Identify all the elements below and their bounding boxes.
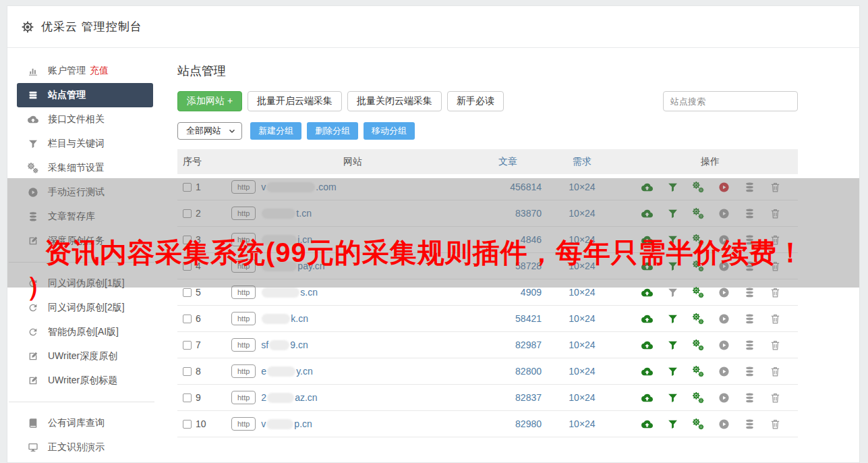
sidebar-item-refresh[interactable]: 同义词伪原创[1版] xyxy=(7,271,171,296)
play-icon[interactable] xyxy=(718,261,730,272)
row-checkbox[interactable] xyxy=(183,367,192,376)
sidebar-item-edit[interactable]: UWriter原创标题 xyxy=(7,369,171,393)
site-domain-link[interactable]: k.cn xyxy=(261,313,308,324)
site-search-input[interactable] xyxy=(663,91,798,111)
cloud-upload-icon[interactable] xyxy=(641,392,653,404)
site-domain-link[interactable]: pay.cn xyxy=(261,261,324,271)
play-icon[interactable] xyxy=(718,313,730,325)
database-icon[interactable] xyxy=(744,392,755,404)
new-group-button[interactable]: 新建分组 xyxy=(250,122,301,140)
play-icon[interactable] xyxy=(718,287,730,298)
filter-icon[interactable] xyxy=(667,313,678,325)
sidebar-item-edit[interactable]: UWriter深度原创 xyxy=(7,344,171,369)
gears-icon[interactable] xyxy=(693,261,704,272)
trash-icon[interactable] xyxy=(770,313,781,325)
database-icon[interactable] xyxy=(744,182,755,193)
trash-icon[interactable] xyxy=(770,392,781,404)
row-checkbox[interactable] xyxy=(183,341,192,350)
filter-icon[interactable] xyxy=(667,287,678,298)
database-icon[interactable] xyxy=(744,339,755,351)
sidebar-item-refresh[interactable]: 智能伪原创[AI版] xyxy=(7,320,171,344)
trash-icon[interactable] xyxy=(770,234,781,246)
play-icon[interactable] xyxy=(718,339,730,351)
site-domain-link[interactable]: t.cn xyxy=(261,208,312,219)
database-icon[interactable] xyxy=(744,287,755,298)
sidebar-item-filter[interactable]: 栏目与关键词 xyxy=(7,132,171,156)
filter-icon[interactable] xyxy=(667,261,678,272)
site-domain-link[interactable]: sf9.cn xyxy=(261,339,308,350)
cloud-upload-icon[interactable] xyxy=(641,208,653,219)
gears-icon[interactable] xyxy=(693,182,704,193)
sidebar-item-book[interactable]: 公有词库查询 xyxy=(7,411,171,435)
trash-icon[interactable] xyxy=(770,418,781,430)
gears-icon[interactable] xyxy=(693,418,704,430)
sidebar-item-gears[interactable]: 采集细节设置 xyxy=(7,156,171,180)
play-icon[interactable] xyxy=(718,418,730,430)
play-icon[interactable] xyxy=(718,208,730,219)
play-icon[interactable] xyxy=(718,392,730,404)
site-domain-link[interactable]: i.cn xyxy=(261,234,312,245)
row-checkbox[interactable] xyxy=(183,315,192,323)
cloud-upload-icon[interactable] xyxy=(641,182,653,193)
filter-icon[interactable] xyxy=(667,418,678,430)
gears-icon[interactable] xyxy=(693,313,704,325)
cloud-upload-icon[interactable] xyxy=(641,234,653,246)
site-domain-link[interactable]: v.com xyxy=(261,182,336,192)
sidebar-item-server[interactable]: 站点管理 xyxy=(17,83,153,107)
gears-icon[interactable] xyxy=(693,392,704,404)
cloud-upload-icon[interactable] xyxy=(641,287,653,298)
batch-enable-cloud-button[interactable]: 批量开启云端采集 xyxy=(248,91,342,111)
trash-icon[interactable] xyxy=(770,261,781,272)
sidebar-item-refresh[interactable]: 同义词伪原创[2版] xyxy=(7,296,171,320)
row-checkbox[interactable] xyxy=(183,183,192,192)
recharge-link[interactable]: 充值 xyxy=(90,65,109,77)
filter-icon[interactable] xyxy=(667,392,678,404)
play-icon[interactable] xyxy=(718,366,730,377)
row-checkbox[interactable] xyxy=(183,288,192,297)
sidebar-item-cloud-upload[interactable]: 接口文件相关 xyxy=(7,107,171,132)
database-icon[interactable] xyxy=(744,234,755,246)
sidebar-item-edit[interactable]: 深度原创任务 xyxy=(7,229,171,253)
row-checkbox[interactable] xyxy=(183,236,192,244)
gears-icon[interactable] xyxy=(693,287,704,298)
gears-icon[interactable] xyxy=(693,234,704,246)
trash-icon[interactable] xyxy=(770,208,781,219)
row-checkbox[interactable] xyxy=(183,262,192,271)
cloud-upload-icon[interactable] xyxy=(641,261,653,272)
delete-group-button[interactable]: 删除分组 xyxy=(307,122,358,140)
gears-icon[interactable] xyxy=(693,366,704,377)
database-icon[interactable] xyxy=(744,418,755,430)
filter-icon[interactable] xyxy=(667,208,678,219)
move-group-button[interactable]: 移动分组 xyxy=(364,122,415,140)
cloud-upload-icon[interactable] xyxy=(641,339,653,351)
site-group-select[interactable]: 全部网站 xyxy=(177,122,242,140)
filter-icon[interactable] xyxy=(667,234,678,246)
play-icon[interactable] xyxy=(718,234,730,246)
sidebar-item-monitor[interactable]: 正文识别演示 xyxy=(7,435,171,460)
gears-icon[interactable] xyxy=(693,208,704,219)
site-domain-link[interactable]: vp.cn xyxy=(261,418,312,429)
database-icon[interactable] xyxy=(744,261,755,272)
beginner-guide-button[interactable]: 新手必读 xyxy=(447,91,504,111)
row-checkbox[interactable] xyxy=(183,393,192,402)
site-domain-link[interactable]: 2az.cn xyxy=(261,392,317,403)
row-checkbox[interactable] xyxy=(183,209,192,218)
filter-icon[interactable] xyxy=(667,182,678,193)
cloud-upload-icon[interactable] xyxy=(641,418,653,430)
trash-icon[interactable] xyxy=(770,339,781,351)
filter-icon[interactable] xyxy=(667,339,678,351)
database-icon[interactable] xyxy=(744,313,755,325)
site-domain-link[interactable]: ey.cn xyxy=(261,366,312,377)
trash-icon[interactable] xyxy=(770,287,781,298)
sidebar-item-bar-chart[interactable]: 账户管理 充值 xyxy=(7,59,171,83)
cloud-upload-icon[interactable] xyxy=(641,313,653,325)
batch-disable-cloud-button[interactable]: 批量关闭云端采集 xyxy=(347,91,442,111)
cloud-upload-icon[interactable] xyxy=(641,366,653,377)
database-icon[interactable] xyxy=(744,208,755,219)
add-website-button[interactable]: 添加网站 + xyxy=(177,91,242,111)
sidebar-item-database[interactable]: 文章暂存库 xyxy=(7,205,171,229)
database-icon[interactable] xyxy=(744,366,755,377)
play-icon[interactable] xyxy=(718,182,730,193)
row-checkbox[interactable] xyxy=(183,420,192,429)
filter-icon[interactable] xyxy=(667,366,678,377)
